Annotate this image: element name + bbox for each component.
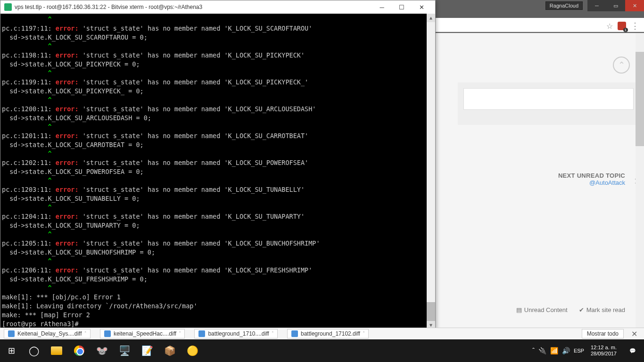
list-icon: ▤ — [516, 306, 522, 313]
clock-date: 28/09/2017 — [591, 351, 617, 357]
power-icon[interactable]: 🔌 — [538, 347, 546, 354]
notepad-plus-button[interactable]: 📝 — [136, 339, 158, 362]
terminal-title-text: vps test.tlp - root@167.160.36.31:22 - B… — [15, 4, 372, 10]
action-center-button[interactable]: 💬 — [623, 339, 642, 362]
unread-content-link[interactable]: ▤ Unread Content — [516, 306, 568, 313]
download-filename: keitenai_SpeedHac....diff — [114, 330, 176, 337]
wifi-icon[interactable]: 📶 — [550, 347, 558, 354]
browser-tab-ragnacloud[interactable]: RagnaCloud — [545, 1, 583, 10]
taskbar-app-1[interactable]: 🐭 — [91, 339, 113, 362]
downloads-bar: Keitenai_Delay_Sys....diffˆkeitenai_Spee… — [0, 328, 644, 339]
file-icon — [104, 330, 111, 337]
terminal-window: vps test.tlp - root@167.160.36.31:22 - B… — [0, 0, 436, 330]
terminal-scrollbar-thumb[interactable] — [427, 302, 435, 321]
chevron-up-icon: ˆ — [272, 331, 273, 337]
download-item[interactable]: keitenai_SpeedHac....diffˆ — [100, 329, 185, 338]
download-item[interactable]: Keitenai_Delay_Sys....diffˆ — [4, 329, 91, 338]
taskbar-app-3[interactable]: 📦 — [158, 339, 181, 362]
language-indicator[interactable]: ESP — [574, 348, 584, 354]
chrome-taskbar-button[interactable] — [68, 339, 91, 362]
forum-footer-links: ▤ Unread Content ✔ Mark site read — [516, 306, 625, 313]
page-scrollbar-thumb[interactable] — [636, 52, 644, 146]
bitvise-icon — [4, 3, 12, 11]
file-explorer-button[interactable] — [45, 339, 68, 362]
page-scrollbar[interactable] — [636, 33, 644, 339]
taskbar-clock[interactable]: 12:12 a. m. 28/09/2017 — [588, 345, 619, 357]
reply-box-wrapper — [458, 82, 639, 125]
terminal-close-button[interactable]: ✕ — [412, 1, 431, 13]
taskbar-app-2[interactable]: 🖥️ — [113, 339, 136, 362]
scroll-up-arrow-icon[interactable]: ▲ — [427, 14, 435, 22]
browser-close-button[interactable]: ✕ — [625, 0, 644, 11]
download-filename: Keitenai_Delay_Sys....diff — [17, 330, 82, 337]
terminal-minimize-button[interactable]: ─ — [372, 1, 392, 13]
download-item[interactable]: battleground_1710....diffˆ — [194, 329, 278, 338]
next-topic-title: @AutoAttack — [558, 179, 625, 186]
bitvise-taskbar-button[interactable]: 🟡 — [181, 339, 204, 362]
browser-window-controls: ─ ▭ ✕ — [587, 0, 644, 11]
clock-time: 12:12 a. m. — [591, 345, 617, 351]
show-all-downloads-button[interactable]: Mostrar todo — [582, 329, 624, 338]
cortana-button[interactable]: ◯ — [23, 339, 45, 362]
system-tray: ˆ 🔌 📶 🔊 ESP 12:12 a. m. 28/09/2017 💬 — [532, 339, 644, 362]
terminal-scrollbar[interactable]: ▲ ▼ — [427, 14, 435, 329]
windows-taskbar: ⊞ ◯ 🐭 🖥️ 📝 📦 🟡 ˆ 🔌 📶 🔊 ESP 12:12 a. m. 2… — [0, 339, 644, 362]
next-topic-label: NEXT UNREAD TOPIC — [558, 172, 625, 179]
bookmark-star-icon[interactable]: ☆ — [606, 22, 613, 31]
extension-shield-icon[interactable] — [618, 22, 626, 30]
browser-minimize-button[interactable]: ─ — [587, 0, 606, 11]
next-unread-topic-link[interactable]: NEXT UNREAD TOPIC @AutoAttack › — [558, 172, 625, 186]
chevron-up-icon: ˆ — [179, 331, 181, 337]
download-item[interactable]: battleground_17102.diffˆ — [287, 329, 369, 338]
mark-site-read-link[interactable]: ✔ Mark site read — [579, 306, 625, 313]
browser-menu-icon[interactable]: ⋮ — [631, 21, 639, 31]
download-filename: battleground_17102.diff — [301, 330, 360, 337]
chevron-up-icon: ˆ — [363, 331, 364, 337]
tray-chevron-icon[interactable]: ˆ — [532, 347, 535, 354]
scroll-to-top-button[interactable]: ⌃ — [613, 57, 630, 74]
terminal-titlebar[interactable]: vps test.tlp - root@167.160.36.31:22 - B… — [0, 0, 435, 14]
terminal-maximize-button[interactable]: ☐ — [392, 1, 412, 13]
download-filename: battleground_1710....diff — [208, 330, 269, 337]
browser-maximize-button[interactable]: ▭ — [606, 0, 625, 11]
chevron-up-icon: ˆ — [85, 331, 86, 337]
close-downloads-bar-button[interactable]: ✕ — [628, 329, 640, 338]
file-icon — [8, 330, 15, 337]
terminal-body[interactable]: ^pc.c:1197:11: error: 'struct s_state' h… — [0, 14, 435, 329]
check-icon: ✔ — [579, 306, 584, 313]
reply-input[interactable] — [463, 88, 634, 110]
file-icon — [198, 330, 205, 337]
volume-icon[interactable]: 🔊 — [562, 347, 570, 354]
file-icon — [291, 330, 298, 337]
start-button[interactable]: ⊞ — [0, 339, 23, 362]
